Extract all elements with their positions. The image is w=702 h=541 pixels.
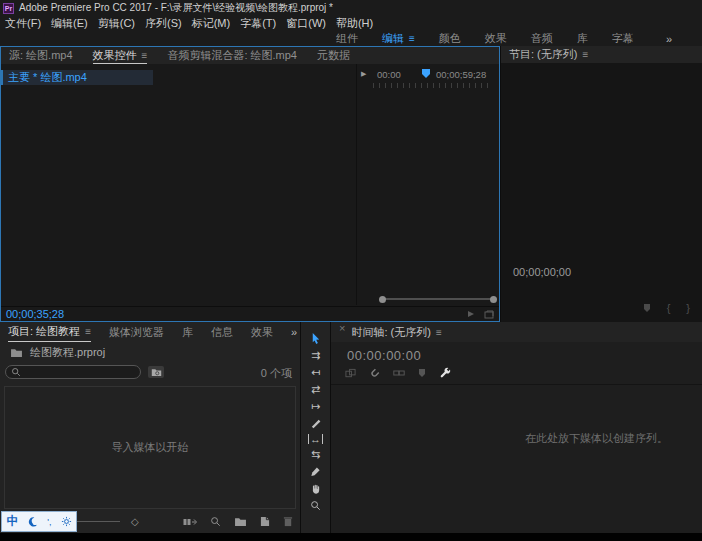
tools-panel: ⇉ ↤ ⇄ ↦ ↔ ⇆ [301, 322, 330, 533]
timeline-drop-area[interactable]: 在此处放下媒体以创建序列。 [491, 384, 702, 493]
linked-selection-button[interactable] [393, 368, 405, 378]
tab-program-monitor[interactable]: 节目: (无序列) ≡ [509, 46, 588, 63]
project-panel: 项目: 绘图教程 ≡ 媒体浏览器 库 信息 效果 » 绘图教程.prproj [0, 322, 300, 533]
panel-menu-icon[interactable]: ≡ [85, 326, 91, 337]
new-bin-button[interactable] [234, 517, 247, 527]
search-bin-button[interactable] [148, 366, 164, 378]
tab-info[interactable]: 信息 [211, 322, 233, 342]
selection-tool[interactable] [310, 332, 321, 345]
menu-file[interactable]: 文件(F) [5, 16, 41, 31]
workspace-tab-editing-label: 编辑 [382, 31, 404, 46]
mark-in-icon[interactable]: { [667, 302, 671, 314]
workspace-tab-titles[interactable]: 字幕 [612, 31, 634, 46]
ime-language-mode-button[interactable]: 中 [6, 513, 18, 530]
slip-tool[interactable]: ↔ [308, 434, 323, 444]
mini-timeline-zoom-scrollbar[interactable] [379, 295, 497, 303]
scrollbar-track[interactable] [382, 298, 494, 300]
effect-controls-statusbar: 00;00;35;28 [1, 306, 499, 321]
slide-tool[interactable]: ⇆ [311, 448, 320, 461]
program-timecode[interactable]: 00;00;00;00 [513, 266, 571, 278]
playhead-icon[interactable] [421, 68, 431, 79]
menu-window[interactable]: 窗口(W) [286, 16, 326, 31]
ime-moon-icon[interactable] [27, 516, 38, 527]
workspace-overflow-chevron-icon[interactable]: » [666, 33, 672, 45]
new-item-button[interactable] [260, 516, 270, 527]
scrollbar-left-knob[interactable] [379, 296, 386, 303]
insert-as-nest-button[interactable] [345, 368, 356, 379]
tab-timeline[interactable]: 时间轴: (无序列) ≡ [351, 322, 441, 342]
ime-punctuation-button[interactable]: ', [47, 517, 51, 527]
timeline-timecode[interactable]: 00:00:00:00 [347, 348, 421, 363]
scrollbar-right-knob[interactable] [490, 296, 497, 303]
effect-controls-divider [356, 64, 357, 305]
panel-overflow-chevron-icon[interactable]: » [291, 322, 300, 342]
menu-edit[interactable]: 编辑(E) [51, 16, 88, 31]
master-clip-row[interactable]: 主要 * 绘图.mp4 [1, 70, 153, 85]
workspace-tab-audio[interactable]: 音频 [531, 31, 553, 46]
premiere-logo-icon: Pr [3, 3, 14, 14]
razor-tool[interactable] [310, 417, 321, 430]
close-icon[interactable]: × [339, 322, 345, 342]
zoom-tool[interactable] [310, 499, 321, 512]
workspace-tab-color[interactable]: 颜色 [439, 31, 461, 46]
tab-libraries[interactable]: 库 [182, 322, 193, 342]
workspace-tab-libraries[interactable]: 库 [577, 31, 588, 46]
tab-effect-controls-label: 效果控件 [93, 48, 137, 63]
tab-program-label: 节目: (无序列) [509, 47, 577, 62]
project-empty-drop-area[interactable]: 导入媒体以开始 [4, 386, 296, 509]
tab-timeline-label: 时间轴: (无序列) [351, 325, 430, 340]
hand-tool[interactable] [310, 482, 321, 495]
snap-magnet-button[interactable] [369, 368, 380, 379]
menu-clip[interactable]: 剪辑(C) [98, 16, 135, 31]
workspace-tab-assembly[interactable]: 组件 [336, 31, 358, 46]
timeline-controls [345, 367, 451, 379]
tab-effect-controls[interactable]: 效果控件 ≡ [93, 47, 148, 64]
menu-sequence[interactable]: 序列(S) [145, 16, 182, 31]
top-panel-row: 源: 绘图.mp4 效果控件 ≡ 音频剪辑混合器: 绘图.mp4 元数据 主要 … [0, 46, 702, 322]
find-button[interactable] [210, 516, 221, 527]
panel-menu-icon[interactable]: ≡ [142, 50, 148, 61]
ime-settings-gear-icon[interactable] [61, 516, 72, 527]
search-input[interactable] [5, 365, 141, 379]
pen-tool[interactable] [310, 465, 321, 478]
tab-project[interactable]: 项目: 绘图教程 ≡ [8, 322, 91, 342]
ime-toolbar: 中 ', [1, 511, 77, 532]
rolling-edit-tool[interactable]: ⇄ [311, 383, 320, 396]
tab-effects[interactable]: 效果 [251, 322, 273, 342]
workspace-tab-effects[interactable]: 效果 [485, 31, 507, 46]
add-marker-button[interactable] [418, 368, 426, 378]
automate-to-sequence-button[interactable] [183, 517, 197, 527]
project-breadcrumb[interactable]: 绘图教程.prproj [0, 344, 300, 361]
clear-trash-button[interactable] [283, 516, 293, 527]
menu-markers[interactable]: 标记(M) [192, 16, 231, 31]
item-count-label: 0 个项 [261, 366, 292, 381]
tab-media-browser[interactable]: 媒体浏览器 [109, 322, 164, 342]
rate-stretch-tool[interactable]: ↦ [311, 400, 320, 413]
workspace-tab-editing[interactable]: 编辑 ≡ [382, 31, 415, 46]
timeline-settings-wrench-button[interactable] [439, 367, 451, 379]
ripple-edit-tool[interactable]: ↤ [311, 366, 320, 379]
mark-out-icon[interactable]: } [686, 302, 690, 314]
clip-duration: 00;00;59;28 [436, 69, 486, 80]
play-toggle-icon[interactable]: ▶ [361, 70, 366, 78]
track-select-forward-tool[interactable]: ⇉ [311, 349, 320, 362]
title-bar: Pr Adobe Premiere Pro CC 2017 - F:\录屏文件\… [0, 0, 702, 16]
panel-menu-icon[interactable]: ≡ [436, 327, 442, 338]
tab-metadata[interactable]: 元数据 [317, 47, 350, 64]
add-marker-icon[interactable] [643, 303, 651, 313]
effect-controls-content: 主要 * 绘图.mp4 ▶ 00:00 00;00;59;28 [1, 64, 499, 321]
ruler-ticks [373, 83, 493, 88]
current-time-display[interactable]: 00;00;35;28 [6, 308, 64, 320]
panel-options-icon[interactable] [484, 310, 494, 319]
panel-menu-icon[interactable]: ≡ [582, 49, 588, 60]
tab-project-label: 项目: 绘图教程 [8, 324, 80, 339]
audio-play-icon[interactable] [467, 310, 475, 318]
mini-timeline-ruler[interactable]: ▶ 00:00 00;00;59;28 [357, 68, 497, 81]
menu-help[interactable]: 帮助(H) [336, 16, 373, 31]
program-monitor-panel: 节目: (无序列) ≡ 00;00;00;00 { } [501, 46, 702, 322]
sort-icons-button[interactable]: ◇ [131, 516, 139, 527]
tab-source-monitor[interactable]: 源: 绘图.mp4 [9, 47, 73, 64]
menu-titles[interactable]: 字幕(T) [240, 16, 276, 31]
workspace-menu-icon[interactable]: ≡ [409, 33, 415, 44]
tab-audio-clip-mixer[interactable]: 音频剪辑混合器: 绘图.mp4 [167, 47, 297, 64]
